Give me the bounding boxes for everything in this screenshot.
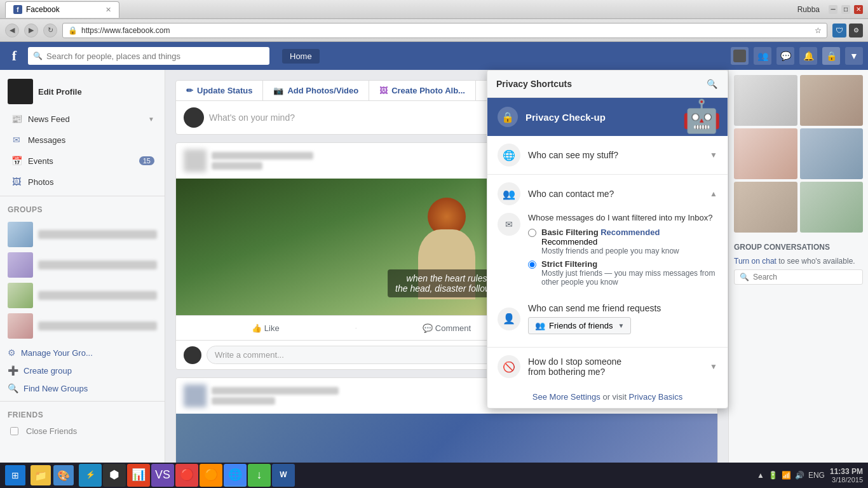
group-item[interactable] bbox=[0, 311, 165, 341]
people-icon: 👥 bbox=[498, 182, 520, 205]
create-group-link[interactable]: ➕ Create group bbox=[0, 362, 165, 379]
profile-section[interactable]: Edit Profile bbox=[0, 75, 165, 108]
group-name-blurred bbox=[38, 322, 157, 330]
privacy-checkup-button[interactable]: 🔒 Privacy Check-up 🤖 bbox=[487, 98, 728, 136]
group-thumb-4 bbox=[8, 313, 33, 339]
minimize-button[interactable]: ─ bbox=[829, 5, 837, 14]
like-button[interactable]: 👍 Like bbox=[177, 318, 354, 337]
contact-section-expanded: ✉ Whose messages do I want filtered into… bbox=[487, 213, 728, 347]
privacy-basics-link[interactable]: Privacy Basics bbox=[629, 392, 683, 402]
group-item[interactable] bbox=[0, 219, 165, 250]
blocking-icon: 🚫 bbox=[498, 355, 520, 378]
strict-filtering-option[interactable]: Strict Filtering Mostly just friends — y… bbox=[528, 259, 717, 287]
friends-dropdown-label: Friends of friends bbox=[549, 321, 613, 330]
torrent-app[interactable]: ↓ bbox=[248, 464, 271, 487]
action-separator: · bbox=[355, 318, 358, 337]
system-clock: 11:33 PM 3/18/2015 bbox=[830, 467, 863, 484]
friend-request-label: Who can send me friend requests bbox=[528, 303, 717, 313]
see-stuff-label: Who can see my stuff? bbox=[528, 150, 702, 160]
privacy-search-icon[interactable]: 🔍 bbox=[705, 77, 719, 91]
strict-filtering-radio[interactable] bbox=[528, 261, 536, 269]
group-conversations-section: GROUP CONVERSATIONS Turn on chat to see … bbox=[734, 240, 863, 285]
unity-app[interactable]: ⬢ bbox=[103, 464, 126, 487]
other-app[interactable]: 🔴 bbox=[175, 464, 198, 487]
basic-filtering-option[interactable]: Basic Filtering Recommended Recommended … bbox=[528, 227, 717, 255]
basic-filtering-radio[interactable] bbox=[528, 229, 536, 237]
blocking-section[interactable]: 🚫 How do I stop someone from bothering m… bbox=[487, 348, 728, 386]
contact-header[interactable]: 👥 Who can contact me? ▲ bbox=[487, 175, 728, 213]
dropdown-chevron-icon: ▼ bbox=[618, 322, 624, 329]
profile-avatar-thumb[interactable] bbox=[731, 47, 749, 65]
update-status-button[interactable]: ✏ Update Status bbox=[176, 81, 263, 100]
privacy-lock-icon[interactable]: 🔒 bbox=[822, 47, 840, 65]
close-button[interactable]: ✕ bbox=[854, 5, 863, 14]
see-stuff-chevron-icon: ▼ bbox=[710, 151, 717, 159]
group-conversations-header: GROUP CONVERSATIONS bbox=[734, 240, 863, 254]
matlab-app[interactable]: 📊 bbox=[127, 464, 150, 487]
close-friends-checkbox[interactable] bbox=[10, 427, 18, 435]
start-button[interactable]: ⊞ bbox=[5, 465, 25, 485]
maximize-button[interactable]: □ bbox=[841, 5, 850, 14]
bookmark-star-icon[interactable]: ☆ bbox=[815, 26, 822, 35]
nav-search-box[interactable]: 🔍 bbox=[28, 47, 269, 65]
sidebar-item-events[interactable]: 📅 Events 15 bbox=[3, 151, 162, 171]
see-stuff-header[interactable]: 🌐 Who can see my stuff? ▼ bbox=[487, 136, 728, 174]
browser-ext-shield[interactable]: 🛡 bbox=[832, 24, 846, 37]
tab-close-icon[interactable]: ✕ bbox=[105, 6, 111, 14]
chrome-app[interactable]: 🌐 bbox=[224, 464, 247, 487]
sidebar-divider-2 bbox=[0, 401, 165, 402]
chat-search-input[interactable] bbox=[753, 273, 857, 281]
arduino-app[interactable]: ⚡ bbox=[79, 464, 102, 487]
url-bar[interactable]: 🔒 https://www.facebook.com ☆ bbox=[62, 23, 827, 38]
newsfeed-icon: 📰 bbox=[10, 112, 23, 125]
taskbar-right: ▲ 🔋 📶 🔊 ENG 11:33 PM 3/18/2015 bbox=[757, 467, 863, 484]
back-button[interactable]: ◀ bbox=[5, 24, 19, 37]
refresh-button[interactable]: ↻ bbox=[43, 24, 57, 37]
manage-groups-label: Manage Your Gro... bbox=[21, 348, 93, 358]
system-tray-icons: ▲ 🔋 📶 🔊 ENG bbox=[757, 471, 825, 480]
manage-groups-link[interactable]: ⚙ Manage Your Gro... bbox=[0, 344, 165, 362]
up-arrow-icon[interactable]: ▲ bbox=[757, 471, 764, 480]
window-controls: Rubba ─ □ ✕ bbox=[797, 5, 863, 14]
sidebar-item-newsfeed[interactable]: 📰 News Feed ▼ bbox=[3, 109, 162, 129]
network-icon: 📶 bbox=[782, 471, 791, 480]
basic-filtering-sub: Mostly friends and people you may know bbox=[541, 247, 717, 255]
vs-app[interactable]: VS bbox=[151, 464, 174, 487]
like-icon: 👍 bbox=[252, 323, 262, 333]
other-app-2[interactable]: 🟠 bbox=[200, 464, 222, 487]
sidebar-item-close-friends[interactable]: Close Friends bbox=[3, 423, 162, 440]
turn-on-chat-link[interactable]: Turn on chat bbox=[734, 257, 776, 266]
browser-ext-other[interactable]: ⚙ bbox=[849, 24, 863, 37]
ssl-lock-icon: 🔒 bbox=[68, 26, 78, 35]
word-app[interactable]: W bbox=[272, 464, 295, 487]
nav-icons: 👥 💬 🔔 🔒 ▼ bbox=[731, 47, 863, 65]
nav-home[interactable]: Home bbox=[282, 49, 320, 64]
find-groups-link[interactable]: 🔍 Find New Groups bbox=[0, 379, 165, 397]
create-album-button[interactable]: 🖼 Create Photo Alb... bbox=[369, 81, 476, 100]
group-item[interactable] bbox=[0, 280, 165, 311]
message-filter-title: Whose messages do I want filtered into m… bbox=[528, 213, 717, 222]
chat-search-box[interactable]: 🔍 bbox=[734, 269, 863, 285]
address-bar: ◀ ▶ ↻ 🔒 https://www.facebook.com ☆ 🛡 ⚙ bbox=[0, 19, 868, 42]
see-more-settings-link[interactable]: See More Settings bbox=[532, 392, 600, 402]
group-thumb-1 bbox=[8, 222, 33, 247]
friends-of-friends-dropdown[interactable]: 👥 Friends of friends ▼ bbox=[528, 317, 631, 334]
friend-requests-icon[interactable]: 👥 bbox=[754, 47, 771, 65]
notifications-icon[interactable]: 🔔 bbox=[799, 47, 817, 65]
paint-icon[interactable]: 🎨 bbox=[53, 465, 74, 485]
file-explorer-icon[interactable]: 📁 bbox=[31, 465, 51, 485]
find-groups-label: Find New Groups bbox=[24, 384, 88, 393]
forward-button[interactable]: ▶ bbox=[24, 24, 38, 37]
favicon-icon: f bbox=[13, 5, 22, 14]
sidebar-item-photos[interactable]: 🖼 Photos bbox=[3, 172, 162, 192]
group-item[interactable] bbox=[0, 250, 165, 280]
account-chevron-icon[interactable]: ▼ bbox=[845, 47, 863, 65]
search-input[interactable] bbox=[46, 51, 264, 61]
sidebar-item-messages[interactable]: ✉ Messages bbox=[3, 130, 162, 150]
left-sidebar: Edit Profile 📰 News Feed ▼ ✉ Messages 📅 … bbox=[0, 70, 165, 488]
browser-tab[interactable]: f Facebook ✕ bbox=[5, 1, 119, 18]
update-status-label: Update Status bbox=[197, 86, 252, 95]
add-photos-button[interactable]: 📷 Add Photos/Video bbox=[263, 81, 369, 100]
messages-icon[interactable]: 💬 bbox=[776, 47, 794, 65]
edit-profile-label[interactable]: Edit Profile bbox=[38, 87, 82, 97]
